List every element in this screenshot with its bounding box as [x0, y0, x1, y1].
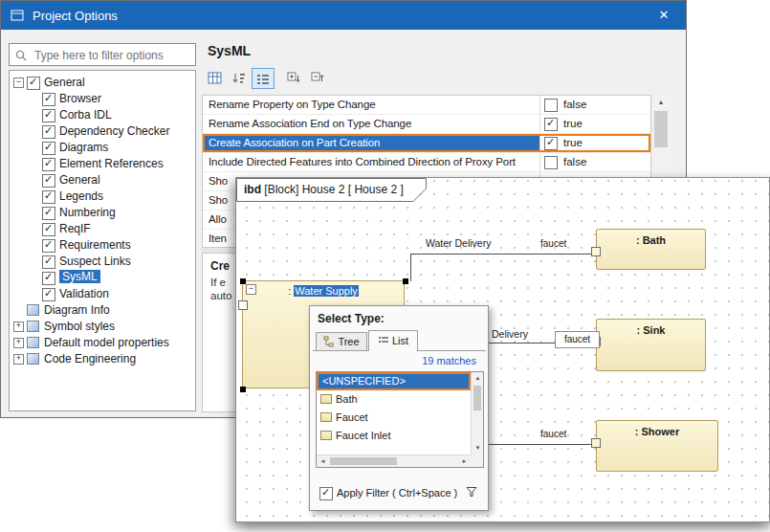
list-item[interactable]: Faucet Inlet [317, 427, 471, 445]
checkbox[interactable] [42, 158, 55, 171]
faucet-port[interactable] [591, 438, 601, 448]
expand-expander-icon[interactable] [13, 321, 24, 332]
checkbox[interactable] [42, 288, 55, 301]
expand-expander-icon[interactable] [13, 354, 24, 365]
scrollbar-thumb[interactable] [473, 386, 481, 410]
checkbox[interactable] [42, 207, 55, 220]
expand-expander-icon[interactable] [13, 338, 24, 348]
checkbox[interactable] [42, 109, 55, 122]
tree-item[interactable]: Requirements [10, 237, 195, 254]
checkbox[interactable] [42, 223, 55, 236]
property-value: false [563, 156, 586, 167]
connector-water-delivery-vertical [410, 254, 411, 281]
part-name-editor[interactable]: : Water Supply [243, 285, 404, 297]
list-item[interactable]: Faucet [317, 409, 471, 427]
options-tree: General Browser Corba IDL Dependency Che… [9, 70, 196, 411]
tree-item-diagram-info[interactable]: Diagram Info [10, 302, 195, 319]
checkbox[interactable] [42, 174, 55, 188]
scroll-left-icon[interactable]: ◄ [317, 455, 329, 468]
property-row-create-association[interactable]: Create Association on Part Creation true [203, 134, 650, 153]
description-text: auto [210, 290, 231, 301]
property-row[interactable]: Rename Association End on Type Change tr… [203, 115, 650, 134]
checkbox[interactable] [42, 272, 55, 285]
tree-item[interactable]: General [10, 172, 195, 188]
part-bath[interactable]: : Bath [596, 229, 706, 270]
list-item-unspecified[interactable]: <UNSPECIFIED> [317, 372, 471, 390]
tree-item[interactable]: Validation [10, 286, 195, 302]
expand-all-button[interactable] [282, 68, 305, 89]
tree-item-label: Browser [59, 92, 101, 105]
scroll-up-icon[interactable]: ▲ [472, 372, 484, 385]
checkbox[interactable] [42, 255, 55, 269]
selection-handle[interactable] [240, 387, 246, 392]
tree-item-code-engineering[interactable]: Code Engineering [10, 351, 195, 367]
checkbox[interactable] [42, 125, 55, 139]
tree-item[interactable]: Legends [10, 188, 195, 205]
collapse-expander-icon[interactable] [13, 78, 24, 88]
scroll-right-icon[interactable]: ► [458, 455, 471, 468]
part-sink[interactable]: : Sink [596, 319, 706, 371]
tree-item[interactable]: Numbering [10, 205, 195, 221]
sort-alphabetically-button[interactable] [228, 68, 251, 89]
filter-funnel-icon[interactable] [465, 485, 478, 500]
tree-item[interactable]: ReqIF [10, 221, 195, 237]
tree-item-sysml[interactable]: SysML [10, 270, 195, 286]
tree-item-label: Validation [59, 287, 109, 300]
selection-handle[interactable] [240, 278, 246, 284]
categorized-view-button[interactable] [204, 68, 227, 89]
tree-item-label: Diagrams [59, 141, 108, 154]
tree-item[interactable]: Dependency Checker [10, 123, 195, 140]
checkbox[interactable] [42, 142, 55, 155]
list-view-button[interactable] [252, 68, 275, 89]
tree-item-general-root[interactable]: General [10, 75, 195, 91]
scroll-down-icon[interactable]: ▼ [472, 442, 484, 454]
property-value: false [563, 99, 586, 110]
apply-filter-checkbox[interactable] [319, 487, 333, 500]
checkbox[interactable] [27, 77, 40, 90]
options-filter [9, 43, 196, 66]
close-button[interactable]: ✕ [642, 1, 686, 30]
block-icon [320, 431, 332, 440]
tree-item[interactable]: Suspect Links [10, 254, 195, 270]
tree-item[interactable]: Element References [10, 156, 195, 172]
scrollbar-thumb[interactable] [654, 111, 668, 147]
tree-item-default-model-properties[interactable]: Default model properties [10, 335, 195, 351]
property-row[interactable]: Include Directed Features into Combined … [203, 153, 650, 172]
property-row[interactable]: Rename Property on Type Change false [203, 96, 650, 115]
tab-tree[interactable]: Tree [316, 332, 367, 351]
tree-item[interactable]: Browser [10, 91, 195, 107]
selected-name-text: Water Supply [294, 285, 359, 297]
value-checkbox[interactable] [544, 156, 558, 169]
part-shower[interactable]: : Shower [596, 420, 718, 472]
selection-handle[interactable] [403, 278, 408, 284]
list-horizontal-scrollbar[interactable]: ◄ ► [317, 454, 471, 467]
list-item-label: Bath [336, 393, 358, 405]
water-supply-port[interactable] [238, 300, 248, 310]
scroll-up-icon[interactable]: ▲ [653, 95, 669, 110]
dialog-titlebar[interactable]: Project Options ✕ [1, 1, 686, 30]
list-vertical-scrollbar[interactable]: ▲ ▼ [471, 372, 483, 454]
value-checkbox[interactable] [544, 99, 558, 112]
symbol-styles-icon [27, 321, 39, 332]
tab-list[interactable]: List [368, 330, 418, 351]
value-checkbox[interactable] [544, 118, 558, 131]
collapse-all-button[interactable] [306, 68, 329, 89]
list-item[interactable]: Bath [317, 390, 471, 409]
scrollbar-thumb[interactable] [330, 457, 397, 465]
checkbox[interactable] [42, 93, 55, 106]
diagram-canvas[interactable]: ibd [Block] House 2 [ House 2 ] Water De… [236, 178, 769, 521]
faucet-port[interactable] [591, 247, 601, 256]
tree-item[interactable]: Diagrams [10, 140, 195, 156]
filter-options-input[interactable] [33, 46, 194, 65]
diagram-kind: ibd [244, 183, 261, 196]
tree-item-symbol-styles[interactable]: Symbol styles [10, 319, 195, 335]
checkbox[interactable] [42, 190, 55, 204]
tree-item-label: ReqIF [59, 222, 91, 235]
type-list: <UNSPECIFIED> Bath Faucet Faucet Inlet ▲… [316, 371, 484, 468]
description-title: Cre [210, 259, 230, 273]
tree-item-label: Requirements [59, 238, 131, 252]
tree-item[interactable]: Corba IDL [10, 107, 195, 123]
faucet-port-label-box[interactable]: faucet [555, 331, 600, 348]
value-checkbox[interactable] [544, 137, 558, 150]
checkbox[interactable] [42, 239, 55, 253]
